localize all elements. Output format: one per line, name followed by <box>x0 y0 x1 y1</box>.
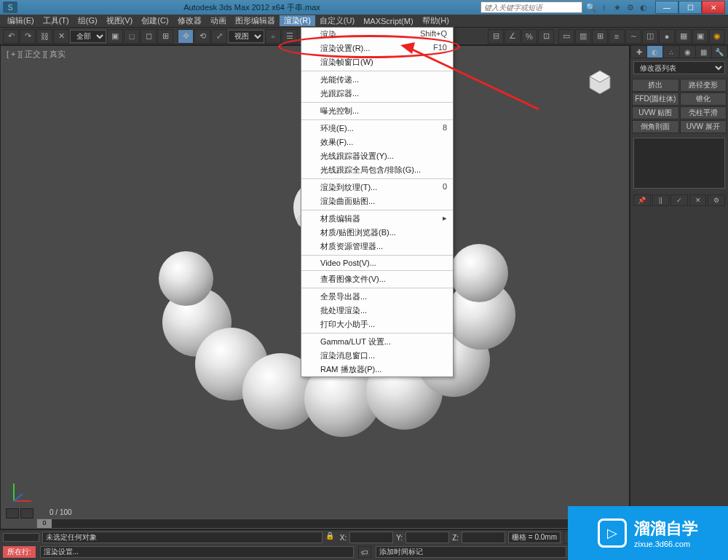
menu-render-setup[interactable]: 渲染设置(R)...F10 <box>301 42 453 55</box>
menu-render-frame-window[interactable]: 渲染帧窗口(W) <box>301 55 453 69</box>
x-coord-input[interactable] <box>349 532 393 543</box>
show-end-button[interactable]: || <box>652 194 670 206</box>
maxscript-listener[interactable]: 渲染设置... <box>40 546 354 558</box>
mod-ffd[interactable]: FFD(圆柱体) <box>632 92 679 106</box>
select-name-button[interactable]: □ <box>124 29 140 44</box>
menu-print-size[interactable]: 打印大小助手... <box>301 318 453 331</box>
tool-icon[interactable]: ★ <box>612 1 623 13</box>
tab-display[interactable]: ▦ <box>696 46 711 58</box>
manip-button[interactable]: ☰ <box>282 29 298 44</box>
mod-bevel[interactable]: 倒角剖面 <box>632 120 679 133</box>
select-rect-button[interactable]: ◻ <box>141 29 157 44</box>
mod-pathdeform[interactable]: 路径变形 <box>680 79 727 92</box>
selection-filter[interactable]: 全部 <box>70 30 106 43</box>
menu-tools[interactable]: 工具(T) <box>39 15 74 26</box>
percent-snap-button[interactable]: % <box>521 29 537 44</box>
unlink-button[interactable]: ✕ <box>53 29 69 44</box>
menu-animation[interactable]: 动画 <box>206 15 231 26</box>
menu-raytrace-settings[interactable]: 光线跟踪器设置(Y)... <box>301 149 453 163</box>
menu-edit[interactable]: 编辑(E) <box>3 15 39 26</box>
minimize-button[interactable]: — <box>655 1 678 14</box>
menu-material-explorer[interactable]: 材质资源管理器... <box>301 240 453 253</box>
mod-uvwunwrap[interactable]: UVW 展开 <box>680 120 727 133</box>
menu-group[interactable]: 组(G) <box>74 15 102 26</box>
mod-taper[interactable]: 锥化 <box>680 92 727 106</box>
close-button[interactable]: ✕ <box>702 1 725 14</box>
menu-environment[interactable]: 环境(E)...8 <box>301 122 453 135</box>
spinner-snap-button[interactable]: ⊡ <box>538 29 554 44</box>
menu-light-tracer[interactable]: 光跟踪器... <box>301 87 453 100</box>
mod-uvwmap[interactable]: UVW 贴图 <box>632 106 679 119</box>
material-editor-button[interactable]: ● <box>659 29 675 44</box>
menu-material-editor[interactable]: 材质编辑器▸ <box>301 212 453 226</box>
render-setup-button[interactable]: ▦ <box>676 29 692 44</box>
make-unique-button[interactable]: ✓ <box>670 194 688 206</box>
menu-material-browser[interactable]: 材质/贴图浏览器(B)... <box>301 226 453 240</box>
tool2-icon[interactable]: ⚙ <box>625 1 636 13</box>
pivot-button[interactable]: ▫ <box>265 29 281 44</box>
snap-button[interactable]: ⊟ <box>488 29 504 44</box>
menu-render-message[interactable]: 渲染消息窗口... <box>301 349 453 363</box>
schematic-button[interactable]: ◫ <box>642 29 658 44</box>
menu-create[interactable]: 创建(C) <box>137 15 173 26</box>
menu-view[interactable]: 视图(V) <box>102 15 138 26</box>
mod-shellsmooth[interactable]: 壳柱平滑 <box>680 106 727 119</box>
menu-render[interactable]: 渲染Shift+Q <box>301 28 453 42</box>
configure-button[interactable]: ⚙ <box>708 194 725 206</box>
undo-button[interactable]: ↶ <box>3 29 19 44</box>
render-frame-button[interactable]: ▣ <box>692 29 708 44</box>
scale-button[interactable]: ⤢ <box>211 29 227 44</box>
time-tag-input[interactable]: 添加时间标记 <box>376 546 566 558</box>
align-button[interactable]: ⊞ <box>592 29 608 44</box>
menu-effects[interactable]: 效果(F)... <box>301 135 453 149</box>
named-sel-button[interactable]: ▭ <box>558 29 574 44</box>
tab-modify[interactable]: ◐ <box>647 46 662 58</box>
y-coord-input[interactable] <box>405 532 449 543</box>
menu-gamma-lut[interactable]: Gamma/LUT 设置... <box>301 335 453 349</box>
tool3-icon[interactable]: ◐ <box>638 1 649 13</box>
menu-rendering[interactable]: 渲染(R) <box>280 15 315 26</box>
quick-render-button[interactable]: ◉ <box>709 29 725 44</box>
remove-mod-button[interactable]: ✕ <box>689 194 707 206</box>
viewcube[interactable] <box>585 68 614 97</box>
mod-extrude[interactable]: 挤出 <box>632 79 679 92</box>
link-button[interactable]: ⛓ <box>36 29 52 44</box>
menu-raytrace-globals[interactable]: 光线跟踪全局包含/排除(G)... <box>301 163 453 177</box>
maximize-button[interactable]: ☐ <box>678 1 702 14</box>
menu-customize[interactable]: 自定义(U) <box>315 15 359 26</box>
z-coord-input[interactable] <box>462 532 505 543</box>
menu-graph[interactable]: 图形编辑器 <box>231 15 280 26</box>
help-icon[interactable]: 🔍 <box>585 1 597 13</box>
menu-video-post[interactable]: Video Post(V)... <box>301 257 453 269</box>
timeline-toggle2-icon[interactable] <box>20 508 33 518</box>
move-button[interactable]: ✥ <box>178 29 194 44</box>
info-icon[interactable]: i <box>598 1 610 13</box>
curve-editor-button[interactable]: ～ <box>625 29 641 44</box>
viewport-label[interactable]: [ + ][ 正交 ][ 真实 <box>7 49 66 60</box>
layers-button[interactable]: ≡ <box>609 29 625 44</box>
menu-ram-player[interactable]: RAM 播放器(P)... <box>301 363 453 376</box>
modifier-stack[interactable] <box>633 138 725 189</box>
menu-render-to-texture[interactable]: 渲染到纹理(T)...0 <box>301 181 453 194</box>
tab-create[interactable]: ✚ <box>631 46 646 58</box>
refcoord-select[interactable]: 视图 <box>228 30 264 43</box>
tab-motion[interactable]: ◉ <box>680 46 695 58</box>
menu-render-surface-map[interactable]: 渲染曲面贴图... <box>301 194 453 208</box>
window-crossing-button[interactable]: ⊞ <box>157 29 173 44</box>
time-tag-icon[interactable]: 🏷 <box>358 546 371 558</box>
menu-maxscript[interactable]: MAXScript(M) <box>359 17 417 25</box>
prompt-slider[interactable] <box>3 533 39 542</box>
menu-help[interactable]: 帮助(H) <box>418 15 454 26</box>
time-slider[interactable]: 0 <box>36 518 619 529</box>
rotate-button[interactable]: ⟲ <box>194 29 210 44</box>
select-button[interactable]: ▣ <box>107 29 123 44</box>
menu-exposure[interactable]: 曝光控制... <box>301 104 453 118</box>
angle-snap-button[interactable]: ∠ <box>505 29 521 44</box>
help-search-input[interactable] <box>480 1 582 13</box>
menu-panorama-exporter[interactable]: 全景导出器... <box>301 290 453 304</box>
menu-radiosity[interactable]: 光能传递... <box>301 73 453 87</box>
time-slider-thumb[interactable]: 0 <box>37 519 52 528</box>
menu-modifiers[interactable]: 修改器 <box>173 15 206 26</box>
menu-view-image[interactable]: 查看图像文件(V)... <box>301 272 453 286</box>
pin-stack-button[interactable]: 📌 <box>633 194 651 206</box>
